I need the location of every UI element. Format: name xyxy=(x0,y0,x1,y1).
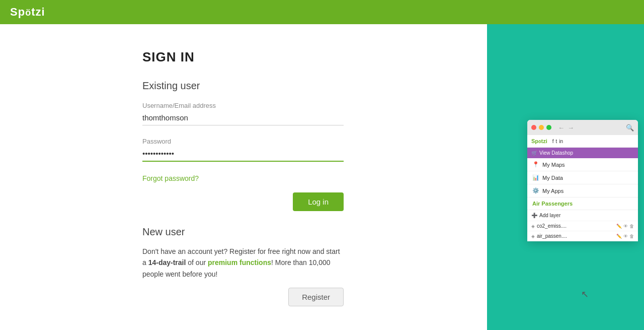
sidebar-menu: 📍 My Maps 📊 My Data ⚙️ My Apps xyxy=(527,158,638,197)
sidebar-item-maps[interactable]: 📍 My Maps xyxy=(527,158,638,171)
browser-mockup: ← → 🔍 Spötzi f t in 🛒 xyxy=(527,120,638,241)
minimize-dot xyxy=(539,125,544,130)
signin-panel: SIGN IN Existing user Username/Email add… xyxy=(0,24,487,330)
header: Spötzi xyxy=(0,0,644,24)
linkedin-icon: in xyxy=(559,139,563,144)
login-button[interactable]: Log in xyxy=(293,192,344,211)
back-arrow-icon[interactable]: ← xyxy=(558,124,565,131)
register-button[interactable]: Register xyxy=(288,288,344,306)
view-datashop-item[interactable]: 🛒 View Datashop xyxy=(527,148,638,158)
sidebar-item-maps-label: My Maps xyxy=(542,162,565,168)
apps-icon: ⚙️ xyxy=(532,187,539,194)
password-label: Password xyxy=(142,138,487,145)
sidebar-item-apps-label: My Apps xyxy=(542,188,564,194)
register-text-bold2: premium functions xyxy=(208,258,271,267)
register-description: Don't have an account yet? Register for … xyxy=(142,246,344,280)
browser-titlebar: ← → 🔍 xyxy=(527,120,638,135)
login-btn-row: Log in xyxy=(142,192,344,211)
view-icon-co2[interactable]: 👁 xyxy=(623,224,628,229)
browser-inner-header: Spötzi f t in xyxy=(527,135,638,148)
add-layer-item[interactable]: ➕ Add layer xyxy=(527,210,638,221)
username-label: Username/Email address xyxy=(142,102,487,109)
twitter-icon: t xyxy=(556,139,557,144)
password-field-wrapper: Password xyxy=(142,138,487,162)
browser-content: Spötzi f t in 🛒 View Datashop 📍 xyxy=(527,135,638,241)
forgot-password-link[interactable]: Forgot password? xyxy=(142,174,199,182)
new-user-title: New user xyxy=(142,226,487,238)
right-panel: ← → 🔍 Spötzi f t in 🛒 xyxy=(487,24,644,330)
add-icon: ➕ xyxy=(531,213,537,218)
password-input[interactable] xyxy=(142,147,344,162)
existing-user-title: Existing user xyxy=(142,80,487,92)
add-layer-label: Add layer xyxy=(539,213,560,218)
edit-icon-air[interactable]: ✏️ xyxy=(616,234,622,239)
maximize-dot xyxy=(546,125,551,130)
layer-label-air: air_passen.... xyxy=(537,233,567,239)
forward-arrow-icon[interactable]: → xyxy=(568,124,574,131)
layer-icon-co2: ◈ xyxy=(531,224,535,229)
view-datashop-label: View Datashop xyxy=(539,150,573,156)
spotzi-inner-logo: Spötzi xyxy=(531,138,547,144)
layer-actions-air: ✏️ 👁 🗑 xyxy=(616,234,634,239)
cursor-icon: ↖ xyxy=(581,289,589,300)
facebook-icon: f xyxy=(552,139,554,144)
logo: Spötzi xyxy=(10,6,45,19)
social-icons: f t in xyxy=(552,139,563,144)
close-dot xyxy=(531,125,536,130)
search-icon: 🔍 xyxy=(626,124,634,131)
sidebar-item-data-label: My Data xyxy=(542,175,563,181)
sign-in-title: SIGN IN xyxy=(142,49,487,65)
layer-actions-co2: ✏️ 👁 🗑 xyxy=(616,224,634,229)
register-btn-row: Register xyxy=(142,288,344,306)
layer-item-co2: ◈ co2_emiss.... ✏️ 👁 🗑 xyxy=(527,221,638,231)
delete-icon-co2[interactable]: 🗑 xyxy=(629,224,634,229)
sidebar-item-apps[interactable]: ⚙️ My Apps xyxy=(527,184,638,197)
username-input[interactable] xyxy=(142,111,344,125)
air-passengers-item[interactable]: Air Passengers xyxy=(527,197,638,210)
sidebar-item-data[interactable]: 📊 My Data xyxy=(527,171,638,184)
main-layout: SIGN IN Existing user Username/Email add… xyxy=(0,24,644,330)
layer-icon-air: ◈ xyxy=(531,234,535,239)
view-icon-air[interactable]: 👁 xyxy=(623,234,628,239)
register-text-bold: 14-day-trail xyxy=(148,258,186,267)
browser-nav: ← → xyxy=(558,124,574,131)
layer-item-air: ◈ air_passen.... ✏️ 👁 🗑 xyxy=(527,231,638,241)
cart-icon: 🛒 xyxy=(531,150,537,156)
data-icon: 📊 xyxy=(532,174,539,181)
edit-icon-co2[interactable]: ✏️ xyxy=(616,224,622,229)
register-text-2: of our xyxy=(186,258,208,267)
username-field-wrapper: Username/Email address xyxy=(142,102,487,125)
delete-icon-air[interactable]: 🗑 xyxy=(629,234,634,239)
layer-label-co2: co2_emiss.... xyxy=(537,223,567,229)
map-icon: 📍 xyxy=(532,161,539,168)
